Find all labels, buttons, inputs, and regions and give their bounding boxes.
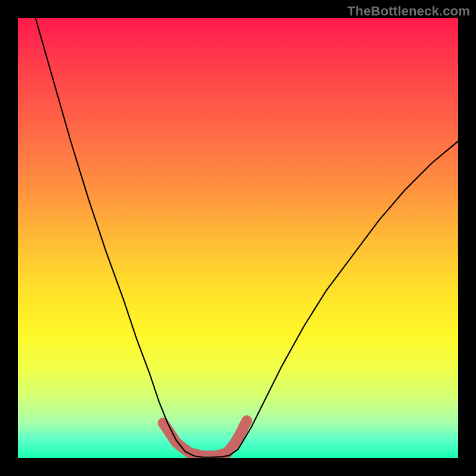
chart-stage: TheBottleneck.com: [0, 0, 476, 476]
watermark-text: TheBottleneck.com: [347, 4, 470, 19]
bottleneck-curve: [36, 18, 458, 458]
curve-layer: [18, 18, 458, 458]
plot-area: [18, 18, 458, 458]
